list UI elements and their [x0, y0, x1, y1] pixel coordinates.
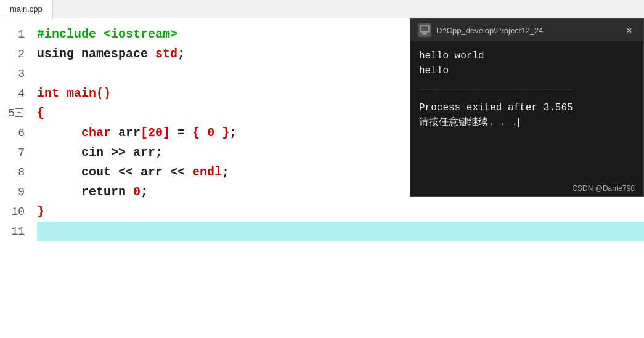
line-num-3: 3	[0, 64, 25, 84]
line-num-10: 10	[0, 202, 25, 222]
terminal-press-key: 请按任意键继续. . .	[419, 115, 635, 130]
terminal-window: D:\Cpp_develop\Project12_24 ✕ hello worl…	[410, 18, 644, 197]
line-num-8: 8	[0, 163, 25, 182]
terminal-separator: ——————————————————————————	[419, 82, 635, 97]
terminal-cursor	[518, 118, 519, 127]
svg-rect-0	[420, 26, 429, 32]
line-num-6: 6	[0, 123, 25, 143]
editor-container: main.cpp 1 2 3 4 5− 6 7 8 9 10 11 #inclu…	[0, 0, 644, 338]
terminal-close-button[interactable]: ✕	[622, 23, 636, 38]
terminal-body[interactable]: hello world hello ——————————————————————…	[410, 41, 643, 182]
terminal-footer-text: CSDN @Dante798	[572, 184, 635, 193]
terminal-icon	[418, 23, 431, 37]
tab-bar: main.cpp	[0, 0, 644, 18]
fold-icon[interactable]: −	[15, 108, 23, 117]
line-numbers: 1 2 3 4 5− 6 7 8 9 10 11	[0, 18, 31, 338]
terminal-footer: CSDN @Dante798	[410, 182, 643, 196]
terminal-title-text: D:\Cpp_develop\Project12_24	[436, 26, 618, 35]
code-line-10: }	[37, 202, 644, 222]
line-num-4: 4	[0, 84, 25, 103]
main-cpp-tab[interactable]: main.cpp	[0, 0, 53, 18]
svg-rect-1	[423, 33, 426, 34]
line-num-9: 9	[0, 182, 25, 202]
line-num-11: 11	[0, 222, 25, 241]
code-line-11	[37, 222, 644, 241]
terminal-output-line1: hello world	[419, 49, 635, 63]
line-num-5[interactable]: 5−	[0, 103, 25, 123]
line-num-2: 2	[0, 44, 25, 64]
tab-label: main.cpp	[10, 4, 43, 14]
terminal-output-line2: hello	[419, 63, 635, 78]
line-num-7: 7	[0, 143, 25, 163]
svg-rect-2	[422, 34, 428, 35]
terminal-exit-line: Process exited after 3.565	[419, 100, 635, 115]
line-num-1: 1	[0, 25, 25, 44]
terminal-titlebar: D:\Cpp_develop\Project12_24 ✕	[410, 19, 643, 41]
